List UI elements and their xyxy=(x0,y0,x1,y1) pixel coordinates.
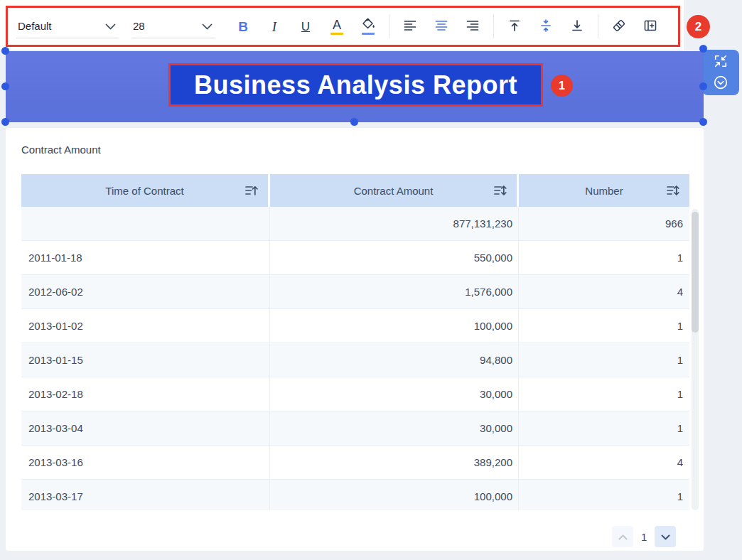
column-header-0[interactable]: Time of Contract xyxy=(21,174,268,207)
pagination: 1 xyxy=(612,526,676,547)
align-left-icon xyxy=(404,20,416,33)
toolbar-divider xyxy=(598,14,598,38)
cell-amount: 94,800 xyxy=(270,343,519,377)
cell-date: 2013-01-02 xyxy=(21,309,270,343)
cell-number: 1 xyxy=(519,411,689,445)
column-header-label: Number xyxy=(585,185,623,197)
chevron-down-icon xyxy=(105,20,116,32)
circle-chevron-down-icon xyxy=(713,75,728,92)
table-body: 877,131,2309662011-01-18550,00012012-06-… xyxy=(21,207,689,510)
table-header-row: Time of ContractContract AmountNumber xyxy=(21,174,689,207)
cell-number: 1 xyxy=(519,343,689,377)
sort-ascending-icon[interactable] xyxy=(244,185,259,197)
align-center-button[interactable] xyxy=(429,14,453,38)
chevron-up-icon xyxy=(618,532,628,542)
column-header-label: Contract Amount xyxy=(354,185,434,197)
report-content-card: Contract Amount Time of ContractContract… xyxy=(6,128,704,551)
italic-icon: I xyxy=(272,20,276,33)
table-row: 2012-06-021,576,0004 xyxy=(21,275,689,309)
font-color-button[interactable]: A xyxy=(325,14,349,38)
fill-color-swatch xyxy=(362,33,375,35)
cell-number: 4 xyxy=(519,446,689,479)
chevron-down-icon xyxy=(661,532,670,542)
cell-amount: 100,000 xyxy=(270,480,519,510)
table-scrollbar-thumb[interactable] xyxy=(692,212,699,333)
table-row: 2013-03-16389,2004 xyxy=(21,446,689,480)
sort-icon[interactable] xyxy=(666,185,680,197)
resize-handle-bottom-right[interactable] xyxy=(699,118,707,126)
column-header-1[interactable]: Contract Amount xyxy=(270,174,517,207)
page-down-button[interactable] xyxy=(655,526,676,547)
resize-handle-right[interactable] xyxy=(699,82,707,90)
cell-number: 1 xyxy=(519,309,689,343)
resize-handle-bottom-left[interactable] xyxy=(1,118,9,126)
title-banner-widget[interactable]: Business Analysis Report 1 xyxy=(6,51,704,122)
table-row: 2013-03-17100,0001 xyxy=(21,480,689,510)
cell-amount: 550,000 xyxy=(270,241,519,274)
section-title: Contract Amount xyxy=(21,144,101,156)
chevron-down-icon xyxy=(202,20,213,32)
resize-handle-bottom-center[interactable] xyxy=(350,118,358,126)
cell-date: 2013-02-18 xyxy=(21,377,270,411)
resize-handle-top-left[interactable] xyxy=(1,47,9,55)
annotation-badge-1: 1 xyxy=(551,75,573,97)
valign-top-button[interactable] xyxy=(502,14,527,38)
annotation-badge-2: 2 xyxy=(687,15,710,38)
cell-amount: 1,576,000 xyxy=(270,275,519,308)
underline-icon: U xyxy=(301,21,310,33)
title-selection-box[interactable]: Business Analysis Report xyxy=(168,63,543,107)
toolbar-divider xyxy=(389,14,389,38)
table-row: 877,131,230966 xyxy=(21,207,689,241)
expand-options-button[interactable] xyxy=(712,75,729,92)
cell-date: 2013-01-15 xyxy=(21,343,270,377)
cell-number: 966 xyxy=(519,207,689,240)
valign-top-icon xyxy=(508,19,521,34)
font-color-swatch xyxy=(330,33,343,35)
page-number: 1 xyxy=(641,531,647,543)
align-right-icon xyxy=(466,20,479,33)
font-family-value: Default xyxy=(18,20,52,32)
fill-color-button[interactable] xyxy=(356,14,380,38)
valign-bottom-icon xyxy=(571,19,584,34)
cell-date: 2012-06-02 xyxy=(21,275,270,308)
cell-number: 1 xyxy=(519,480,689,510)
font-size-select[interactable]: 28 xyxy=(131,14,215,38)
eraser-icon xyxy=(612,18,626,35)
sort-icon[interactable] xyxy=(493,185,507,197)
cell-amount: 30,000 xyxy=(270,377,519,411)
cell-amount: 100,000 xyxy=(270,309,519,343)
page-up-button[interactable] xyxy=(612,526,633,547)
merge-cell-button[interactable] xyxy=(638,14,662,38)
underline-button[interactable]: U xyxy=(294,14,318,38)
cell-number: 4 xyxy=(519,275,689,308)
merge-cell-icon xyxy=(643,19,657,34)
font-family-select[interactable]: Default xyxy=(16,14,119,38)
align-right-button[interactable] xyxy=(461,14,485,38)
collapse-icon xyxy=(714,54,728,70)
font-size-value: 28 xyxy=(133,20,145,32)
valign-bottom-button[interactable] xyxy=(565,14,589,38)
table-row: 2011-01-18550,0001 xyxy=(21,241,689,275)
column-header-2[interactable]: Number xyxy=(519,174,689,207)
toolbar-annotation-box: Default 28 B I U A xyxy=(6,6,680,47)
italic-button[interactable]: I xyxy=(262,14,286,38)
valign-middle-button[interactable] xyxy=(534,14,558,38)
cell-number: 1 xyxy=(519,377,689,411)
cell-date: 2011-01-18 xyxy=(21,241,270,274)
resize-handle-top-right[interactable] xyxy=(699,45,707,53)
font-color-icon: A xyxy=(333,18,341,31)
resize-handle-left[interactable] xyxy=(1,82,9,90)
cell-date: 2013-03-16 xyxy=(21,446,270,479)
table-row: 2013-01-1594,8001 xyxy=(21,343,689,377)
align-center-icon xyxy=(435,20,448,33)
table-row: 2013-03-0430,0001 xyxy=(21,411,689,446)
cell-amount: 389,200 xyxy=(270,446,519,479)
align-left-button[interactable] xyxy=(398,14,422,38)
clear-format-button[interactable] xyxy=(607,14,631,38)
table-scrollbar-track[interactable] xyxy=(692,209,699,510)
report-title: Business Analysis Report xyxy=(194,70,517,100)
bold-button[interactable]: B xyxy=(231,14,255,38)
collapse-widget-button[interactable] xyxy=(712,53,729,70)
valign-middle-icon xyxy=(539,19,552,34)
cell-amount: 877,131,230 xyxy=(270,207,519,240)
